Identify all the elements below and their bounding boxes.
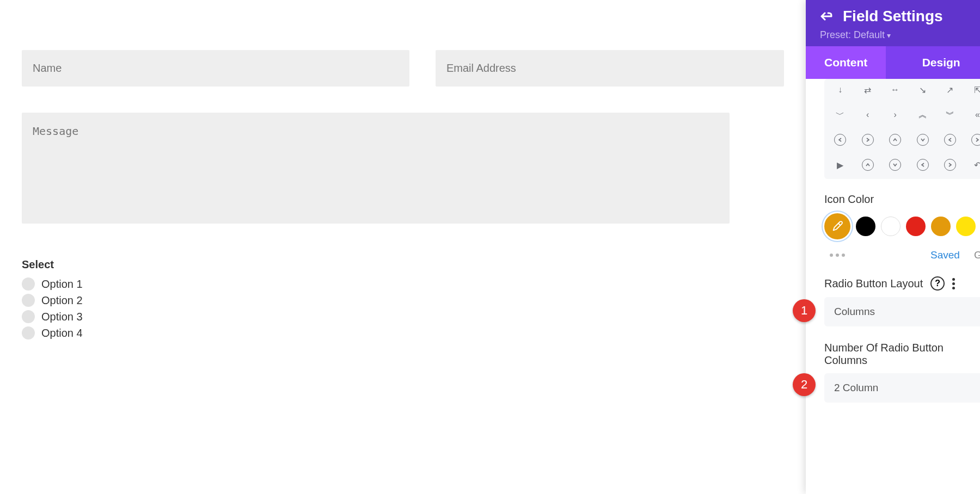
- chevron-down-icon[interactable]: ﹀: [832, 107, 848, 122]
- panel-header: Field Settings Preset: Default: [806, 0, 980, 46]
- message-textarea[interactable]: [22, 113, 730, 224]
- color-picker-swatch[interactable]: [824, 213, 850, 239]
- circle-chevron-right-outline-icon[interactable]: [862, 134, 874, 146]
- radio-option[interactable]: Option 2: [22, 294, 784, 307]
- icon-picker-grid: ↓⇄↔↘↗⇱⇲✥︿﹀‹›︽︾«»▲▼◀▶↶−+×: [824, 79, 980, 179]
- back-arrow-icon[interactable]: [818, 10, 833, 23]
- panel-body: ↓⇄↔↘↗⇱⇲✥︿﹀‹›︽︾«»▲▼◀▶↶−+× Icon Color: [806, 79, 980, 494]
- tab-content[interactable]: Content: [806, 46, 886, 79]
- radio-dot-icon: [22, 294, 35, 307]
- annotation-badge-2: 2: [793, 373, 816, 396]
- radio-option[interactable]: Option 4: [22, 326, 784, 339]
- color-swatch-orange[interactable]: [931, 217, 951, 236]
- radio-option-label: Option 2: [41, 294, 83, 307]
- radio-dot-icon: [22, 326, 35, 339]
- circle-caret-right-icon[interactable]: [944, 159, 956, 171]
- field-settings-panel: Field Settings Preset: Default Content D…: [806, 0, 980, 494]
- name-input[interactable]: [22, 50, 409, 87]
- circle-double-up-icon[interactable]: [889, 134, 901, 146]
- undo-icon[interactable]: ↶: [970, 157, 980, 172]
- color-swatch-yellow[interactable]: [956, 217, 976, 236]
- radio-layout-value: Columns: [834, 306, 875, 318]
- double-chevron-down-icon[interactable]: ︾: [942, 107, 958, 122]
- radio-columns-select[interactable]: 2 Column ▴▾: [824, 373, 980, 403]
- color-tab-saved[interactable]: Saved: [930, 249, 960, 261]
- radio-option-label: Option 1: [41, 278, 83, 291]
- radio-columns-value: 2 Column: [834, 382, 878, 394]
- color-tab-global[interactable]: Global: [974, 249, 980, 261]
- tab-design[interactable]: Design: [886, 46, 980, 79]
- circle-double-left-icon[interactable]: [944, 134, 956, 146]
- arrow-diag-in-tl-icon[interactable]: ⇱: [970, 82, 980, 97]
- radio-option-label: Option 3: [41, 311, 83, 323]
- circle-double-down-icon[interactable]: [917, 134, 929, 146]
- radio-option[interactable]: Option 3: [22, 310, 784, 323]
- color-swatch-red[interactable]: [906, 217, 926, 236]
- select-field-label: Select: [22, 258, 784, 271]
- circle-caret-up-icon[interactable]: [862, 159, 874, 171]
- arrows-leftright-icon[interactable]: ↔: [887, 82, 903, 97]
- color-more-dots-icon[interactable]: [830, 254, 845, 257]
- circle-double-right-icon[interactable]: [971, 134, 980, 146]
- radio-option[interactable]: Option 1: [22, 277, 784, 291]
- circle-caret-left-icon[interactable]: [917, 159, 929, 171]
- icon-color-label: Icon Color: [824, 193, 980, 206]
- chevron-right-icon[interactable]: ›: [887, 107, 903, 122]
- radio-layout-select[interactable]: Columns ▴▾: [824, 297, 980, 326]
- double-chevron-left-icon[interactable]: «: [970, 107, 980, 122]
- color-swatch-black[interactable]: [856, 217, 875, 236]
- help-icon[interactable]: ?: [930, 276, 945, 291]
- arrow-down-right-small-icon[interactable]: ↓: [832, 82, 848, 97]
- preset-selector[interactable]: Preset: Default: [820, 29, 943, 41]
- chevron-left-icon[interactable]: ‹: [860, 107, 875, 122]
- settings-tabs: Content Design Advanced: [806, 46, 980, 79]
- form-preview-canvas: Select Option 1 Option 2 Option 3 Option…: [0, 0, 806, 494]
- radio-option-label: Option 4: [41, 327, 83, 339]
- radio-layout-label: Radio Button Layout: [824, 277, 923, 290]
- panel-title: Field Settings: [843, 8, 943, 25]
- color-swatch-row: [824, 213, 980, 239]
- radio-dot-icon: [22, 310, 35, 323]
- arrow-diag-ur-icon[interactable]: ↗: [942, 82, 958, 97]
- circle-caret-down-icon[interactable]: [889, 159, 901, 171]
- double-chevron-up-icon[interactable]: ︽: [915, 107, 930, 122]
- radio-option-list: Option 1 Option 2 Option 3 Option 4: [22, 277, 784, 339]
- radio-columns-label: Number Of Radio Button Columns: [824, 342, 966, 367]
- radio-dot-icon: [22, 277, 35, 291]
- arrow-diag-dr-icon[interactable]: ↘: [915, 82, 930, 97]
- caret-right-solid-icon[interactable]: ▶: [832, 157, 848, 172]
- color-swatch-white[interactable]: [881, 217, 901, 236]
- circle-chevron-left-outline-icon[interactable]: [834, 134, 846, 146]
- field-more-menu-icon[interactable]: [952, 278, 955, 289]
- arrows-leftright-stacked-icon[interactable]: ⇄: [860, 82, 875, 97]
- annotation-badge-1: 1: [793, 299, 816, 322]
- email-input[interactable]: [436, 50, 784, 87]
